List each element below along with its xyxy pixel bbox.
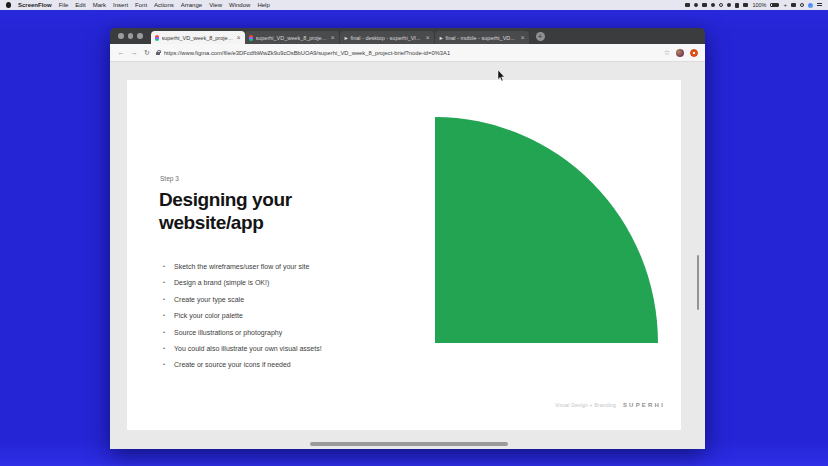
- battery-icon: [770, 3, 779, 8]
- tab-final-mobile[interactable]: ► final - mobile - superhi_VD... ×: [435, 31, 529, 44]
- back-button[interactable]: ←: [117, 49, 125, 57]
- address-bar[interactable]: https://www.figma.com/file/e3DFcdfbWwZk9…: [156, 50, 658, 56]
- tab-strip: superhi_VD_week_8_project-... × superhi_…: [110, 28, 705, 44]
- forward-button[interactable]: →: [131, 49, 139, 57]
- slide-title-line2: website/app: [159, 211, 292, 234]
- menu-insert[interactable]: Insert: [113, 2, 128, 8]
- tab-label: superhi_VD_week_8_project_...: [256, 35, 328, 41]
- bullet-item: Pick your color palette: [163, 312, 322, 319]
- search-icon[interactable]: [800, 3, 804, 7]
- screen-mirroring-icon[interactable]: [791, 3, 796, 7]
- close-window-button[interactable]: [118, 33, 124, 39]
- minimize-window-button[interactable]: [128, 33, 134, 39]
- tab-label: ► final - desktop - superhi_VI...: [344, 35, 423, 41]
- menu-window[interactable]: Window: [229, 2, 250, 8]
- menu-bar: ScreenFlow File Edit Mark Insert Font Ac…: [0, 0, 828, 10]
- browser-toolbar: ← → ↻ https://www.figma.com/file/e3DFcdf…: [110, 44, 705, 62]
- superhi-logo: SUPERHI: [623, 402, 665, 408]
- menu-mark[interactable]: Mark: [93, 2, 106, 8]
- slide-step-label: Step 3: [160, 175, 179, 182]
- vertical-scrollbar[interactable]: [697, 255, 700, 310]
- bullet-item: Source illustrations or photography: [163, 329, 322, 336]
- status-ring-icon[interactable]: [719, 3, 723, 7]
- menu-actions[interactable]: Actions: [154, 2, 174, 8]
- green-quarter-circle: [435, 117, 658, 343]
- slide-title: Designing your website/app: [159, 188, 292, 234]
- record-indicator-icon[interactable]: [690, 49, 698, 57]
- browser-window: superhi_VD_week_8_project-... × superhi_…: [110, 28, 705, 449]
- slide-title-line1: Designing your: [159, 188, 292, 211]
- apple-logo-icon[interactable]: [6, 2, 11, 8]
- figma-slide: Step 3 Designing your website/app Sketch…: [127, 80, 681, 430]
- notification-center-icon[interactable]: [817, 3, 822, 7]
- siri-icon[interactable]: [808, 3, 813, 8]
- desktop: ScreenFlow File Edit Mark Insert Font Ac…: [0, 0, 828, 466]
- menu-app-name[interactable]: ScreenFlow: [18, 2, 52, 8]
- new-tab-button[interactable]: +: [536, 32, 545, 41]
- moon-icon[interactable]: [711, 3, 715, 7]
- bullet-item: Design a brand (simple is OK!): [163, 279, 322, 286]
- figma-favicon-icon: [155, 35, 159, 41]
- menu-help[interactable]: Help: [257, 2, 269, 8]
- browser-content: Step 3 Designing your website/app Sketch…: [110, 62, 705, 449]
- battery-percent: 100%: [752, 2, 766, 8]
- tab-project-brief[interactable]: superhi_VD_week_8_project-... ×: [151, 31, 245, 44]
- tab-final-desktop[interactable]: ► final - desktop - superhi_VI... ×: [340, 31, 434, 44]
- bullet-item: Create your type scale: [163, 296, 322, 303]
- bullet-item: Sketch the wireframes/user flow of your …: [163, 263, 322, 270]
- bullet-item: You could also illustrate your own visua…: [163, 345, 322, 352]
- reload-button[interactable]: ↻: [144, 49, 150, 56]
- lock-icon: [156, 52, 160, 55]
- menu-font[interactable]: Font: [135, 2, 147, 8]
- display-icon[interactable]: [702, 3, 707, 7]
- menu-view[interactable]: View: [209, 2, 222, 8]
- close-tab-icon[interactable]: ×: [521, 34, 525, 41]
- screen-capture-icon[interactable]: [685, 3, 690, 7]
- window-controls: [118, 33, 143, 39]
- tab-label: superhi_VD_week_8_project-...: [162, 35, 234, 41]
- wifi-icon[interactable]: [743, 3, 748, 7]
- tab-label: ► final - mobile - superhi_VD...: [439, 35, 518, 41]
- menubar-app-icon[interactable]: [694, 3, 698, 7]
- tab-project-file[interactable]: superhi_VD_week_8_project_... ×: [245, 31, 339, 44]
- menu-file[interactable]: File: [59, 2, 69, 8]
- bluetooth-icon[interactable]: [735, 3, 739, 8]
- menu-arrange[interactable]: Arrange: [181, 2, 202, 8]
- zoom-window-button[interactable]: [137, 33, 143, 39]
- bullet-item: Create or source your icons if needed: [163, 361, 322, 368]
- close-tab-icon[interactable]: ×: [426, 34, 430, 41]
- figma-favicon-icon: [249, 35, 253, 41]
- course-label: Visual Design + Branding: [555, 402, 616, 408]
- close-tab-icon[interactable]: ×: [331, 34, 335, 41]
- profile-avatar[interactable]: [676, 49, 684, 57]
- mouse-cursor: [497, 70, 505, 82]
- horizontal-scrollbar[interactable]: [310, 442, 508, 446]
- url-text[interactable]: https://www.figma.com/file/e3DFcdfbWwZk9…: [164, 50, 450, 56]
- clock-icon[interactable]: [727, 3, 731, 7]
- slide-footer: Visual Design + Branding SUPERHI: [555, 402, 665, 408]
- slide-bullet-list: Sketch the wireframes/user flow of your …: [163, 263, 322, 378]
- menu-edit[interactable]: Edit: [75, 2, 85, 8]
- bookmark-star-icon[interactable]: ☆: [664, 49, 670, 57]
- close-tab-icon[interactable]: ×: [237, 34, 241, 41]
- plus-icon[interactable]: +: [783, 3, 787, 7]
